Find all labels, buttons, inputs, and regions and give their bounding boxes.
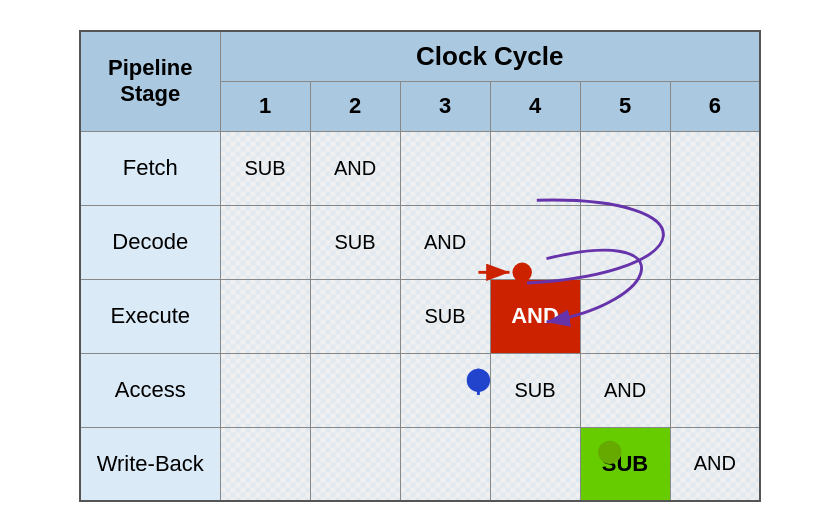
writeback-label: Write-Back bbox=[80, 427, 220, 501]
wb-c5-sub: SUB bbox=[580, 427, 670, 501]
access-c4: SUB bbox=[490, 353, 580, 427]
col-5: 5 bbox=[580, 81, 670, 131]
wb-c1 bbox=[220, 427, 310, 501]
wb-c2 bbox=[310, 427, 400, 501]
fetch-label: Fetch bbox=[80, 131, 220, 205]
fetch-c6 bbox=[670, 131, 760, 205]
decode-label: Decode bbox=[80, 205, 220, 279]
decode-c4 bbox=[490, 205, 580, 279]
fetch-c4 bbox=[490, 131, 580, 205]
access-c6 bbox=[670, 353, 760, 427]
decode-c6 bbox=[670, 205, 760, 279]
wb-c4 bbox=[490, 427, 580, 501]
fetch-c5 bbox=[580, 131, 670, 205]
access-c3 bbox=[400, 353, 490, 427]
execute-label: Execute bbox=[80, 279, 220, 353]
col-6: 6 bbox=[670, 81, 760, 131]
execute-c3: SUB bbox=[400, 279, 490, 353]
decode-c2: SUB bbox=[310, 205, 400, 279]
fetch-c3 bbox=[400, 131, 490, 205]
col-1: 1 bbox=[220, 81, 310, 131]
col-3: 3 bbox=[400, 81, 490, 131]
decode-c3: AND bbox=[400, 205, 490, 279]
col-2: 2 bbox=[310, 81, 400, 131]
fetch-c2: AND bbox=[310, 131, 400, 205]
access-c2 bbox=[310, 353, 400, 427]
wb-c3 bbox=[400, 427, 490, 501]
execute-c5 bbox=[580, 279, 670, 353]
decode-c5 bbox=[580, 205, 670, 279]
execute-c6 bbox=[670, 279, 760, 353]
writeback-row: Write-Back SUB AND bbox=[80, 427, 760, 501]
decode-c1 bbox=[220, 205, 310, 279]
fetch-c1: SUB bbox=[220, 131, 310, 205]
execute-row: Execute SUB AND bbox=[80, 279, 760, 353]
execute-c1 bbox=[220, 279, 310, 353]
decode-row: Decode SUB AND bbox=[80, 205, 760, 279]
access-row: Access SUB AND bbox=[80, 353, 760, 427]
clock-header: Clock Cycle bbox=[220, 31, 760, 81]
stage-header: Pipeline Stage bbox=[80, 31, 220, 131]
access-label: Access bbox=[80, 353, 220, 427]
execute-c4-and: AND bbox=[490, 279, 580, 353]
fetch-row: Fetch SUB AND bbox=[80, 131, 760, 205]
wb-c6: AND bbox=[670, 427, 760, 501]
pipeline-diagram: Pipeline Stage Clock Cycle 1 2 3 4 5 6 F… bbox=[79, 30, 761, 502]
access-c5: AND bbox=[580, 353, 670, 427]
access-c1 bbox=[220, 353, 310, 427]
execute-c2 bbox=[310, 279, 400, 353]
pipeline-table: Pipeline Stage Clock Cycle 1 2 3 4 5 6 F… bbox=[79, 30, 761, 502]
col-4: 4 bbox=[490, 81, 580, 131]
